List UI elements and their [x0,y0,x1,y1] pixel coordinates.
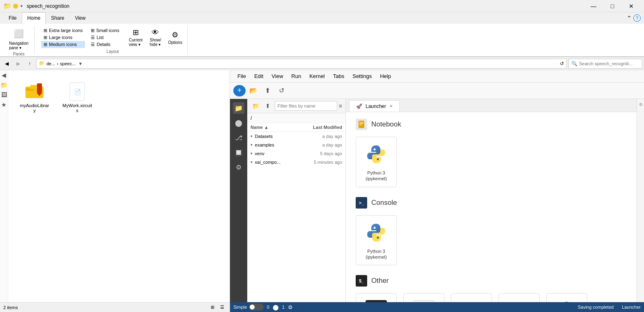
sidebar-expand-icon[interactable]: ◀ [2,72,6,78]
terminal-card[interactable]: $_ Terminal [356,293,397,302]
extra-large-icons-btn[interactable]: ⊞ Extra large icons [41,27,85,34]
ribbon-tab-share[interactable]: Share [46,12,69,24]
small-icons-btn[interactable]: ⊞ Small icons [88,27,122,34]
layout-items: ⊞ Extra large icons ⊞ Large icons ⊞ Medi… [41,25,184,49]
options-button[interactable]: ⚙ Options [166,30,184,46]
ribbon-tab-file[interactable]: File [3,12,22,24]
minimize-button[interactable]: — [584,0,603,12]
sidebar-connect-icon[interactable]: ★ [1,101,7,108]
pythonfile-card[interactable]: Python File [546,293,587,302]
git-sidebar-icon[interactable]: ⎇ [233,132,244,143]
file-browser-header: 📁 ⬆ ≡ [247,99,345,113]
running-sidebar-icon[interactable]: ⬤ [233,117,244,128]
launcher-tab[interactable]: 🚀 Launcher ✕ [349,100,400,112]
svg-rect-2 [30,85,37,89]
svg-point-11 [374,149,376,151]
fb-table-header: Name ▲ Last Modified [247,123,345,132]
navigation-pane-label: Navigationpane ▾ [9,41,28,50]
close-button[interactable]: ✕ [622,0,641,12]
large-icons-btn[interactable]: ⊞ Large icons [41,34,85,41]
list-item[interactable]: 📄 MyWork.xircuits [61,80,94,115]
python3-console-icon [364,220,389,245]
markdown-card-icon: M [507,298,531,302]
status-right: ⊞ ☰ [208,303,226,312]
menu-settings[interactable]: Settings [348,71,376,81]
up-button[interactable]: ↑ [25,59,34,69]
other-section-title: Other [371,277,389,285]
options-icon: ⚙ [172,30,178,39]
large-icons-label: Large icons [49,35,72,40]
fb-row[interactable]: ▪ venv 5 days ago [247,149,345,158]
explorer-status-bar: 2 items ⊞ ☰ [0,302,230,312]
svg-rect-8 [359,122,363,123]
navigation-pane-button[interactable]: ⬜ Navigationpane ▾ [7,25,31,52]
list-item[interactable]: myAudioLibrary [18,80,51,115]
grid-view-button[interactable]: ⊞ [208,303,216,312]
files-sidebar-icon[interactable]: 📁 [233,102,244,114]
current-view-button[interactable]: ⊞ Currentview ▾ [126,27,145,48]
search-bar[interactable]: 🔍 [568,59,642,69]
path-text: / [251,115,252,121]
tab-close-icon[interactable]: ✕ [389,104,393,108]
python3-console-card[interactable]: Python 3(ipykernel) [356,215,397,266]
extensions-sidebar-icon[interactable]: 🔲 [233,147,244,158]
tools-sidebar-icon[interactable]: ⚙ [233,161,244,173]
menu-tabs[interactable]: Tabs [329,71,348,81]
sidebar-gallery-icon[interactable]: 🖼 [1,92,7,98]
address-bar[interactable]: 📁 de... › speec... ▼ ↺ [36,59,567,69]
medium-icons-btn[interactable]: ⊞ Medium icons [41,41,85,48]
show-hide-button[interactable]: 👁 Show/hide ▾ [146,28,164,48]
file-filter-input[interactable] [275,101,337,111]
ribbon-expand-icon[interactable]: ⌃ [627,15,632,21]
maximize-button[interactable]: □ [603,0,622,12]
fb-row[interactable]: ▪ xai_compo... 5 minutes ago [247,158,345,166]
menu-file[interactable]: File [233,71,250,81]
forward-button[interactable]: ▶ [13,59,23,69]
audio-library-icon [25,82,44,101]
back-button[interactable]: ◀ [2,59,12,69]
jupyter-toolbar: + 📂 ⬆ ↺ [230,83,644,99]
simple-toggle[interactable]: Simple [233,304,264,310]
status-num-2: 1 [282,305,285,310]
status-num-1: 0 [267,305,269,310]
refresh-button[interactable]: ↺ [275,85,288,96]
menu-edit[interactable]: Edit [250,71,267,81]
medium-icons-label: Medium icons [49,42,77,47]
fb-new-folder-button[interactable]: 📁 [251,101,261,111]
address-dropdown-icon[interactable]: ▼ [78,61,83,66]
view-buttons-group: ⊞ Currentview ▾ [123,27,145,48]
search-icon: 🔍 [571,61,577,67]
fb-row[interactable]: ▪ Datasets a day ago [247,132,345,140]
fb-more-icon[interactable]: ≡ [339,103,342,109]
status-right-area: Saving completed Launcher [578,305,641,310]
python3-notebook-card[interactable]: Python 3(ipykernel) [356,137,397,187]
ribbon-tab-view[interactable]: View [69,12,91,24]
menu-view[interactable]: View [267,71,287,81]
fb-file-name: xai_compo... [255,160,301,165]
list-label: List [97,35,104,40]
help-icon[interactable]: ? [633,14,641,22]
search-input[interactable] [579,61,639,66]
fb-row[interactable]: ▪ examples a day ago [247,140,345,149]
toggle-track[interactable] [249,304,264,310]
right-sidebar-toggle[interactable]: ⚙ [638,102,643,107]
fb-upload-button[interactable]: ⬆ [262,101,273,111]
xircuits-card[interactable]: Xircuits File [451,293,492,302]
tab-bar: 🚀 Launcher ✕ [346,99,637,112]
menu-kernel[interactable]: Kernel [305,71,329,81]
details-btn[interactable]: ☰ Details [88,41,122,48]
ribbon-tab-home[interactable]: Home [22,12,46,24]
menu-help[interactable]: Help [376,71,395,81]
new-launcher-button[interactable]: + [233,85,246,96]
markdown-card[interactable]: M Markdown File [499,293,540,302]
upload-button[interactable]: ⬆ [261,85,274,96]
navigation-pane-icon: ⬜ [12,27,25,40]
menu-run[interactable]: Run [287,71,305,81]
list-btn[interactable]: ☰ List [88,34,122,41]
textfile-card[interactable]: Text File [403,293,444,302]
open-folder-button[interactable]: 📂 [247,85,260,96]
xircuits-file-icon: 📄 [67,82,87,101]
refresh-button[interactable]: ↺ [560,61,564,67]
sidebar-folders-icon[interactable]: 📁 [0,82,7,88]
list-view-button[interactable]: ☰ [218,303,226,312]
